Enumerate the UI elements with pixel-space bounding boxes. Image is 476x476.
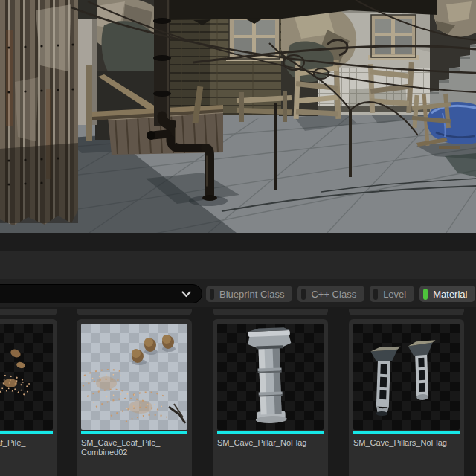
static-mesh-accent-bar — [81, 431, 187, 434]
filter-state-indicator-active — [423, 289, 428, 300]
asset-name: SM_Cave_Pillars_NoFlag — [353, 438, 460, 448]
thin-pole — [349, 109, 352, 177]
filter-state-indicator — [301, 289, 306, 300]
window — [368, 15, 419, 60]
filter-cpp-class[interactable]: C++ Class — [298, 286, 364, 302]
content-browser-filter-bar: Blueprint Class C++ Class Level Material… — [0, 279, 476, 307]
asset-tile-pillars[interactable]: SM_Cave_Pillars_NoFlag — [349, 319, 464, 476]
pillars-art — [353, 324, 460, 430]
asset-tile-leaf-pile-combined02[interactable]: SM_Cave_Leaf_Pile_ Combined02 — [77, 319, 192, 476]
thin-pole — [274, 103, 277, 190]
asset-tile-partial[interactable] — [77, 309, 192, 315]
static-mesh-accent-bar — [0, 431, 53, 434]
filter-material[interactable]: Material — [419, 286, 475, 302]
chevron-down-icon[interactable] — [181, 291, 191, 298]
asset-name: SM_Cave_Leaf_Pile_ Combined02 — [81, 438, 187, 457]
pillar-left — [368, 345, 400, 416]
filter-label: Level — [383, 289, 406, 300]
asset-thumbnail — [81, 324, 187, 430]
asset-tile-partial[interactable] — [0, 309, 57, 315]
pillar-right — [408, 340, 438, 400]
panel-divider — [0, 233, 476, 251]
asset-name: SM_Cave_Pillar_NoFlag — [217, 438, 324, 448]
asset-grid[interactable]: SM_Cave_Leaf_Pile_ — [0, 307, 476, 476]
asset-name: SM_Cave_Leaf_Pile_ — [0, 438, 53, 448]
filter-state-indicator — [373, 289, 378, 300]
asset-tile-leaf-pile[interactable]: SM_Cave_Leaf_Pile_ — [0, 319, 57, 476]
asset-tile-partial[interactable] — [213, 309, 328, 315]
filter-label: Blueprint Class — [219, 289, 284, 300]
asset-thumbnail — [0, 324, 53, 430]
filter-label: C++ Class — [311, 289, 356, 300]
leaf-pile-art — [0, 324, 53, 430]
level-viewport[interactable] — [0, 0, 476, 233]
filter-blueprint-class[interactable]: Blueprint Class — [206, 286, 292, 302]
asset-thumbnail — [217, 324, 324, 430]
type-filter-pills: Blueprint Class C++ Class Level Material… — [206, 286, 476, 302]
bamboo-pipe — [153, 0, 171, 126]
filter-state-indicator — [210, 289, 214, 300]
corrugated-metal-wall — [0, 0, 78, 225]
static-mesh-accent-bar — [217, 431, 324, 434]
viewport-scene — [0, 0, 476, 233]
filter-level[interactable]: Level — [370, 286, 414, 302]
asset-thumbnail — [353, 324, 460, 430]
asset-tile-partial[interactable] — [349, 309, 464, 315]
static-mesh-accent-bar — [353, 431, 460, 434]
asset-tile-pillar[interactable]: SM_Cave_Pillar_NoFlag — [213, 319, 328, 476]
pillar-art — [217, 324, 324, 430]
content-browser-header — [0, 251, 476, 279]
leaf-pile-art — [81, 324, 187, 430]
asset-search-combobox[interactable] — [0, 284, 202, 303]
filter-label: Material — [433, 289, 467, 300]
